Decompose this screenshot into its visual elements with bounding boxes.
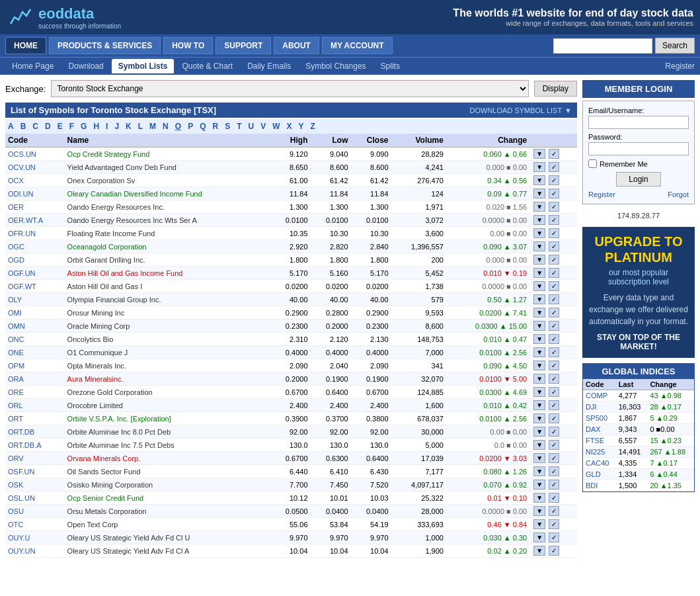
alpha-H[interactable]: H xyxy=(91,121,102,132)
download-row-btn[interactable]: ▼ xyxy=(533,255,545,265)
chart-row-btn[interactable]: ✓ xyxy=(549,466,559,476)
code-link[interactable]: OUY.UN xyxy=(8,547,35,555)
alpha-M[interactable]: M xyxy=(147,121,159,132)
alpha-Y[interactable]: Y xyxy=(296,121,307,132)
alpha-O[interactable]: O xyxy=(173,121,184,132)
forgot-link[interactable]: Forgot xyxy=(668,191,689,198)
chart-row-btn[interactable]: ✓ xyxy=(549,440,559,450)
download-row-btn[interactable]: ▼ xyxy=(533,268,545,278)
download-row-btn[interactable]: ▼ xyxy=(533,546,545,556)
code-link[interactable]: OGC xyxy=(8,243,24,251)
chart-row-btn[interactable]: ✓ xyxy=(549,519,559,529)
subnav-symbollists[interactable]: Symbol Lists xyxy=(112,59,175,73)
alpha-W[interactable]: W xyxy=(270,121,282,132)
alpha-R[interactable]: R xyxy=(210,121,221,132)
chart-row-btn[interactable]: ✓ xyxy=(549,294,559,304)
download-row-btn[interactable]: ▼ xyxy=(533,228,545,238)
chart-row-btn[interactable]: ✓ xyxy=(549,347,559,357)
chart-row-btn[interactable]: ✓ xyxy=(549,162,559,172)
code-link[interactable]: OGD xyxy=(8,256,24,264)
gi-code-link[interactable]: GLD xyxy=(586,470,601,478)
chart-row-btn[interactable]: ✓ xyxy=(549,215,559,225)
code-link[interactable]: OFR.UN xyxy=(8,230,36,237)
code-link[interactable]: OMI xyxy=(8,309,22,317)
code-link[interactable]: ORT.DB xyxy=(8,428,34,436)
code-link[interactable]: OGF.WT xyxy=(8,282,36,290)
download-link[interactable]: DOWNLOAD SYMBOL LIST ▼ xyxy=(470,106,572,114)
code-link[interactable]: OER.WT.A xyxy=(8,216,43,224)
email-input[interactable] xyxy=(588,116,689,129)
chart-row-btn[interactable]: ✓ xyxy=(549,413,559,423)
download-row-btn[interactable]: ▼ xyxy=(533,215,545,225)
chart-row-btn[interactable]: ✓ xyxy=(549,400,559,410)
download-row-btn[interactable]: ▼ xyxy=(533,321,545,331)
code-link[interactable]: OUY.U xyxy=(8,534,30,542)
chart-row-btn[interactable]: ✓ xyxy=(549,228,559,238)
alpha-X[interactable]: X xyxy=(284,121,295,132)
chart-row-btn[interactable]: ✓ xyxy=(549,493,559,503)
code-link[interactable]: ORE xyxy=(8,388,24,396)
alpha-J[interactable]: J xyxy=(112,121,122,132)
subnav-dailyemails[interactable]: Daily Emails xyxy=(241,59,297,73)
download-row-btn[interactable]: ▼ xyxy=(533,400,545,410)
code-link[interactable]: ORV xyxy=(8,454,24,462)
chart-row-btn[interactable]: ✓ xyxy=(549,321,559,331)
download-row-btn[interactable]: ▼ xyxy=(533,294,545,304)
download-row-btn[interactable]: ▼ xyxy=(533,506,545,516)
alpha-K[interactable]: K xyxy=(123,121,134,132)
chart-row-btn[interactable]: ✓ xyxy=(549,175,559,185)
gi-code-link[interactable]: BDI xyxy=(586,482,598,490)
code-link[interactable]: OLY xyxy=(8,296,22,304)
alpha-L[interactable]: L xyxy=(136,121,145,132)
alpha-I[interactable]: I xyxy=(103,121,110,132)
download-row-btn[interactable]: ▼ xyxy=(533,241,545,251)
code-link[interactable]: OMN xyxy=(8,322,25,330)
code-link[interactable]: OER xyxy=(8,203,24,211)
chart-row-btn[interactable]: ✓ xyxy=(549,334,559,344)
subnav-download[interactable]: Download xyxy=(61,59,110,73)
code-link[interactable]: ODI.UN xyxy=(8,190,34,198)
download-row-btn[interactable]: ▼ xyxy=(533,466,545,476)
code-link[interactable]: ONE xyxy=(8,349,24,357)
subnav-splits[interactable]: Splits xyxy=(374,59,407,73)
chart-row-btn[interactable]: ✓ xyxy=(549,387,559,397)
code-link[interactable]: OCV.UN xyxy=(8,163,36,171)
chart-row-btn[interactable]: ✓ xyxy=(549,374,559,384)
code-link[interactable]: OSL.UN xyxy=(8,494,35,502)
chart-row-btn[interactable]: ✓ xyxy=(549,281,559,291)
download-row-btn[interactable]: ▼ xyxy=(533,532,545,542)
gi-code-link[interactable]: COMP xyxy=(586,392,607,400)
nav-myaccount[interactable]: MY ACCOUNT xyxy=(322,37,393,54)
subnav-homepage[interactable]: Home Page xyxy=(5,59,60,73)
alpha-Q[interactable]: Q xyxy=(197,121,208,132)
gi-code-link[interactable]: SP500 xyxy=(586,414,607,422)
alpha-P[interactable]: P xyxy=(185,121,196,132)
download-row-btn[interactable]: ▼ xyxy=(533,361,545,370)
download-row-btn[interactable]: ▼ xyxy=(533,334,545,344)
subnav-quotechart[interactable]: Quote & Chart xyxy=(175,59,239,73)
code-link[interactable]: OCX xyxy=(8,177,24,185)
gi-code-link[interactable]: CAC40 xyxy=(586,459,609,467)
download-row-btn[interactable]: ▼ xyxy=(533,202,545,212)
register-link[interactable]: Register xyxy=(665,62,695,71)
download-row-btn[interactable]: ▼ xyxy=(533,519,545,529)
chart-row-btn[interactable]: ✓ xyxy=(549,361,559,370)
nav-support[interactable]: SUPPORT xyxy=(215,37,271,54)
alpha-E[interactable]: E xyxy=(55,121,65,132)
alpha-N[interactable]: N xyxy=(160,121,171,132)
nav-howto[interactable]: HOW TO xyxy=(163,37,213,54)
download-row-btn[interactable]: ▼ xyxy=(533,493,545,503)
code-link[interactable]: OPM xyxy=(8,362,24,370)
code-link[interactable]: OSU xyxy=(8,507,24,515)
nav-home[interactable]: HOME xyxy=(5,37,46,54)
gi-code-link[interactable]: FTSE xyxy=(586,437,604,445)
download-row-btn[interactable]: ▼ xyxy=(533,387,545,397)
chart-row-btn[interactable]: ✓ xyxy=(549,506,559,516)
code-link[interactable]: ORA xyxy=(8,375,24,383)
chart-row-btn[interactable]: ✓ xyxy=(549,149,559,159)
chart-row-btn[interactable]: ✓ xyxy=(549,255,559,265)
alpha-G[interactable]: G xyxy=(78,121,89,132)
alpha-B[interactable]: B xyxy=(18,121,29,132)
exchange-select[interactable]: Toronto Stock Exchange xyxy=(51,80,528,97)
code-link[interactable]: ORT xyxy=(8,415,23,423)
